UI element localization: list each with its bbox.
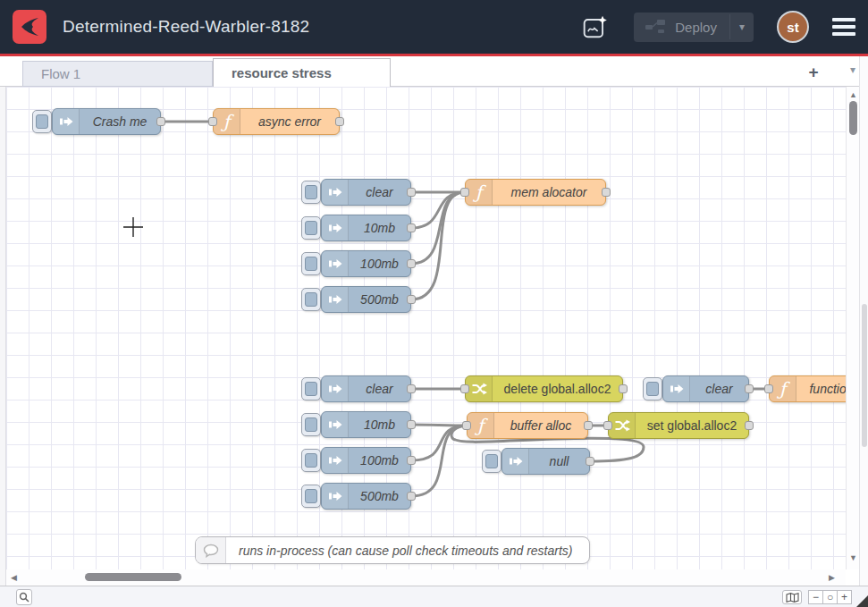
inject-button[interactable] — [643, 377, 662, 400]
node-label: null — [529, 454, 589, 468]
function-icon: ƒ — [770, 376, 796, 401]
node-inject-crash-me[interactable]: Crash me — [52, 108, 161, 135]
flow-canvas[interactable]: Crash me ƒ async error clear 10mb 100mb … — [6, 87, 846, 569]
scroll-left-icon[interactable]: ◀ — [11, 573, 17, 582]
node-function-async-error[interactable]: ƒ async error — [213, 108, 340, 135]
output-port[interactable] — [586, 457, 594, 466]
wire[interactable] — [411, 192, 465, 228]
flowfuse-logo[interactable] — [13, 10, 46, 44]
node-inject-clear[interactable]: clear — [662, 375, 749, 402]
flow-list-caret[interactable]: ▾ — [850, 63, 855, 76]
inject-button[interactable] — [32, 110, 52, 133]
output-port[interactable] — [407, 456, 416, 465]
node-inject-10mb[interactable]: 10mb — [321, 215, 411, 241]
node-inject-100mb[interactable]: 100mb — [321, 447, 411, 474]
node-label: clear — [349, 185, 410, 199]
input-port[interactable] — [764, 384, 773, 393]
output-port[interactable] — [619, 384, 628, 393]
window-scroll-thumb[interactable] — [862, 304, 867, 447]
inject-button[interactable] — [301, 449, 321, 472]
zoom-out-button[interactable]: − — [808, 590, 823, 604]
node-change-set-global-alloc2[interactable]: set global.alloc2 — [608, 412, 749, 439]
node-inject-10mb[interactable]: 10mb — [321, 411, 411, 438]
change-shuffle-icon — [609, 413, 636, 438]
node-function-function[interactable]: ƒ function — [769, 375, 846, 402]
node-function-buffer-alloc[interactable]: ƒ buffer alloc — [467, 412, 588, 439]
node-inject-null[interactable]: null — [501, 448, 590, 475]
wire[interactable] — [411, 192, 465, 299]
inject-arrow-icon — [322, 251, 349, 276]
output-port[interactable] — [407, 223, 416, 232]
main-menu-icon[interactable] — [832, 14, 855, 39]
inject-button[interactable] — [301, 216, 321, 240]
palette-edge — [0, 87, 6, 586]
inject-button[interactable] — [301, 485, 321, 508]
user-avatar[interactable]: st — [777, 11, 809, 43]
output-port[interactable] — [407, 492, 416, 501]
output-port[interactable] — [745, 384, 754, 393]
canvas-horizontal-scrollbar[interactable]: ◀ ▶ — [6, 569, 846, 586]
input-port[interactable] — [460, 188, 469, 197]
deploy-options-caret[interactable]: ▾ — [729, 14, 754, 39]
output-port[interactable] — [335, 117, 344, 126]
zoom-reset-button[interactable]: ○ — [822, 590, 838, 604]
flow-assistant-icon[interactable] — [580, 13, 611, 41]
crosshair-cursor — [122, 216, 144, 238]
output-port[interactable] — [407, 420, 416, 429]
node-label: set global.alloc2 — [636, 418, 748, 433]
comment-bubble-icon — [196, 537, 226, 563]
output-port[interactable] — [407, 295, 416, 304]
zoom-in-button[interactable]: + — [837, 590, 852, 604]
horizontal-scroll-thumb[interactable] — [85, 573, 181, 581]
add-flow-button[interactable]: + — [802, 62, 825, 83]
node-label: Crash me — [80, 114, 160, 129]
output-port[interactable] — [407, 384, 416, 393]
node-inject-clear[interactable]: clear — [321, 375, 411, 402]
tab-label: resource stress — [232, 65, 332, 80]
node-inject-100mb[interactable]: 100mb — [321, 250, 411, 277]
node-change-delete-global-alloc2[interactable]: delete global.alloc2 — [465, 375, 623, 402]
node-label: 100mb — [349, 453, 410, 468]
scroll-up-icon[interactable]: ▲ — [847, 90, 860, 99]
canvas-vertical-scrollbar[interactable]: ▲ ▼ — [846, 87, 859, 569]
node-label: 10mb — [349, 221, 410, 235]
function-icon: ƒ — [466, 180, 493, 205]
inject-button[interactable] — [482, 450, 501, 473]
tab-resource-stress[interactable]: resource stress — [213, 58, 391, 87]
vertical-scroll-thumb[interactable] — [849, 101, 857, 135]
wire[interactable] — [411, 426, 467, 460]
node-inject-clear[interactable]: clear — [321, 179, 411, 206]
minimap-button[interactable] — [782, 590, 802, 604]
input-port[interactable] — [460, 384, 469, 393]
output-port[interactable] — [602, 188, 611, 197]
inject-button[interactable] — [301, 181, 321, 204]
node-function-mem-alocator[interactable]: ƒ mem alocator — [465, 179, 606, 206]
output-port[interactable] — [156, 117, 165, 126]
input-port[interactable] — [603, 421, 612, 430]
window-scrollbar[interactable] — [859, 56, 868, 607]
deploy-button[interactable]: Deploy ▾ — [634, 13, 754, 42]
node-inject-500mb[interactable]: 500mb — [321, 483, 411, 510]
input-port[interactable] — [208, 117, 217, 126]
output-port[interactable] — [745, 421, 754, 430]
inject-button[interactable] — [301, 413, 321, 436]
tab-flow-1[interactable]: Flow 1 — [22, 61, 213, 87]
node-label: 100mb — [349, 257, 410, 271]
inject-button[interactable] — [301, 288, 321, 311]
window-resize-grip[interactable] — [856, 595, 868, 607]
map-icon — [786, 593, 799, 603]
output-port[interactable] — [407, 188, 416, 197]
output-port[interactable] — [584, 421, 593, 430]
inject-button[interactable] — [301, 252, 321, 275]
editor-footer: − ○ + — [0, 586, 868, 607]
node-comment[interactable]: runs in-process (can cause poll check ti… — [195, 536, 590, 564]
scroll-down-icon[interactable]: ▼ — [847, 553, 860, 562]
scroll-right-icon[interactable]: ▶ — [829, 573, 835, 582]
node-label: 500mb — [349, 489, 410, 503]
inject-button[interactable] — [301, 377, 321, 400]
input-port[interactable] — [462, 421, 471, 430]
node-inject-500mb[interactable]: 500mb — [321, 286, 411, 313]
inject-arrow-icon — [322, 287, 349, 312]
search-flows-button[interactable] — [16, 589, 32, 605]
output-port[interactable] — [407, 259, 416, 268]
